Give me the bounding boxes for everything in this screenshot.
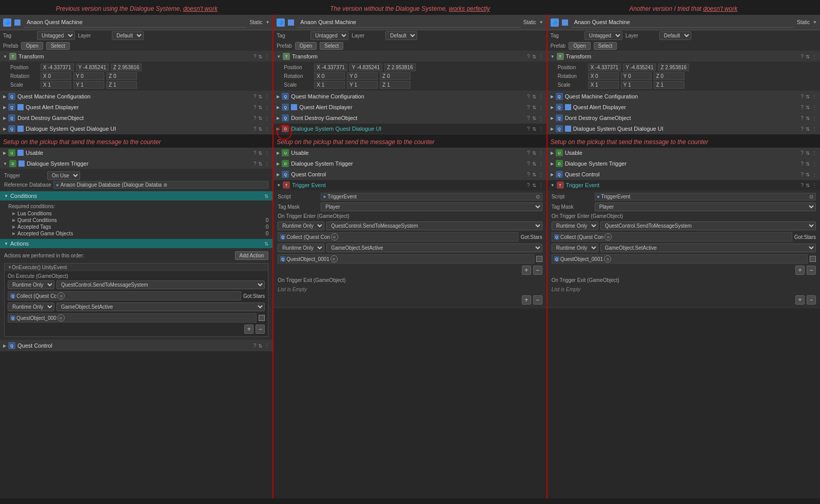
function-dropdown-2-left[interactable]: GameObject.SetActive <box>56 303 265 311</box>
plus-minus-exit-right: + − <box>552 294 816 306</box>
transform-gear-left[interactable]: ? <box>253 54 257 59</box>
active-checkbox-left[interactable] <box>14 19 21 26</box>
usable-check-left[interactable] <box>17 150 24 156</box>
rotation-row-left: Rotation X 0 Y 0 Z 0 <box>10 72 269 80</box>
runtime-dropdown-1-left[interactable]: Runtime Only <box>8 280 54 289</box>
usable-icon-left: U <box>8 149 15 156</box>
setactive-checkbox-left[interactable] <box>259 315 265 321</box>
obj-ref-name-1-left: Collect (Quest Cc <box>16 293 56 299</box>
static-dropdown-center[interactable]: ▼ <box>539 20 543 25</box>
scale-row-left: Scale X 1 Y 1 Z 1 <box>10 80 269 89</box>
trigger-dropdown-left[interactable]: On Use <box>47 171 80 180</box>
dst-check-left[interactable] <box>18 160 25 167</box>
prefab-label-left: Prefab <box>3 43 18 49</box>
open-btn-center[interactable]: Open <box>295 42 317 50</box>
rot-y-left[interactable]: Y 0 <box>73 72 104 80</box>
prefab-row-left: Prefab Open Select <box>0 41 272 51</box>
layer-dropdown-left[interactable]: Default <box>112 31 144 40</box>
accepted-go-count-left: 0 <box>258 231 268 236</box>
quest-cond-item-left: ▶ Quest Conditions 0 <box>8 217 268 224</box>
dui-header-left[interactable]: ▶ Q Dialogue System Quest Dialogue UI ?⇅… <box>0 124 272 134</box>
plus-btn-left[interactable]: + <box>244 325 253 334</box>
active-checkbox-center[interactable] <box>288 19 294 26</box>
actions-header-left: ▼ Actions ⇅ <box>0 239 272 248</box>
layer-dropdown-center[interactable]: Default <box>385 31 417 40</box>
accepted-tags-item-left: ▶ Accepted Tags 0 <box>8 224 268 230</box>
dd-block-right: ▶ Q Dont Destroy GameObject ?⇅⋮ <box>548 113 820 124</box>
accepted-tags-label-left: Accepted Tags <box>17 224 256 230</box>
dd-header-left[interactable]: ▶ Q Dont Destroy GameObject ?⇅⋮ <box>0 113 272 123</box>
qmc-header-left[interactable]: ▶ Q Quest Machine Configuration ?⇅⋮ <box>0 91 272 102</box>
pos-z-left[interactable]: Z 2.953816 <box>111 64 142 71</box>
function-dropdown-1-left[interactable]: QuestControl.SendToMessageSystem <box>56 280 265 289</box>
scale-y-left[interactable]: Y 1 <box>73 81 104 89</box>
layer-dropdown-right[interactable]: Default <box>659 31 691 40</box>
tag-dropdown-left[interactable]: Untagged <box>37 31 75 40</box>
te-obj-row-2-center: Q QuestObject_0001 ⊗ <box>278 253 542 265</box>
refdb-label-left: Reference Database <box>4 182 51 188</box>
te-obj-row-1-right: Q Collect (Quest Con ⊗ Got:Stars <box>552 231 816 243</box>
transform-block-right: ▼ T Transform ?⇅⋮ PositionX -4.337371Y -… <box>548 51 820 91</box>
tag-mask-dropdown-center[interactable]: Player <box>321 203 542 211</box>
obj-name-center: Anaon Quest Machine <box>297 17 520 28</box>
trigger-body-left: Trigger On Use Reference Database ● Anao… <box>0 169 272 191</box>
func-row-1-left: Runtime Only QuestControl.SendToMessageS… <box>8 279 265 290</box>
on-exit-label-right: On Trigger Exit (GameObject) <box>552 276 816 285</box>
scale-x-left[interactable]: X 1 <box>41 81 71 89</box>
select-btn-center[interactable]: Select <box>320 42 343 50</box>
pos-x-left[interactable]: X -4.337371 <box>41 64 74 71</box>
qmc-name-left: Quest Machine Configuration <box>17 93 251 99</box>
open-btn-right[interactable]: Open <box>569 42 590 50</box>
minus-btn-left[interactable]: − <box>256 325 265 334</box>
te-func-row-2-right: Runtime Only GameObject.SetActive <box>552 243 816 253</box>
dst-header-left[interactable]: ▼ D Dialogue System Trigger ?⇅⋮ <box>0 158 272 169</box>
dd-block-left: ▶ Q Dont Destroy GameObject ?⇅⋮ <box>0 113 272 124</box>
open-btn-left[interactable]: Open <box>21 42 43 50</box>
obj-ref-remove-1-left[interactable]: ⊗ <box>57 292 65 299</box>
transform-header-left[interactable]: ▼ T Transform ? ⇅ ⋮ <box>0 51 272 62</box>
trigger-field-left: Trigger On Use <box>4 171 268 180</box>
quest-cond-label-left: Quest Conditions <box>17 217 256 223</box>
dd-name-left: Dont Destroy GameObject <box>17 115 251 121</box>
usable-header-left[interactable]: ▶ U Usable ?⇅⋮ <box>0 148 272 158</box>
dst-block-right: ▶ D Dialogue System Trigger ?⇅⋮ <box>548 158 820 169</box>
dui-check-left[interactable] <box>17 126 24 132</box>
runtime-dropdown-2-left[interactable]: Runtime Only <box>8 303 54 311</box>
pos-y-left[interactable]: Y -4.835241 <box>76 64 109 71</box>
tag-row-center: Tag Untagged Layer Default <box>274 30 546 41</box>
usable-name-left: Usable <box>26 150 251 156</box>
transform-updown-left[interactable]: ⇅ <box>258 54 262 59</box>
add-action-btn-left[interactable]: Add Action <box>235 251 269 260</box>
tag-mask-dropdown-right[interactable]: Player <box>595 203 816 211</box>
static-dropdown-right[interactable]: ▼ <box>813 20 817 25</box>
select-btn-right[interactable]: Select <box>594 42 617 50</box>
qad-check-left[interactable] <box>17 104 24 110</box>
setup-label-right: Setup on the pickup that send the messag… <box>548 134 820 148</box>
rot-x-left[interactable]: X 0 <box>41 72 71 80</box>
select-btn-left[interactable]: Select <box>46 42 70 50</box>
rot-z-left[interactable]: Z 0 <box>106 72 137 80</box>
transform-header-center[interactable]: ▼ T Transform ?⇅⋮ <box>274 51 546 62</box>
conditions-section-left: ▼ Conditions ⇅ <box>0 191 272 200</box>
lua-item-left: ▶ Lua Conditions <box>8 210 268 217</box>
setactive-checkbox-right[interactable] <box>810 256 816 262</box>
on-execute-header-left[interactable]: ▼ OnExecute() UnityEvent <box>5 264 268 271</box>
active-checkbox-right[interactable] <box>562 19 568 26</box>
qc-block-right: ▶ Q Quest Control ?⇅⋮ <box>548 169 820 180</box>
static-dropdown-left[interactable]: ▼ <box>265 20 269 25</box>
tag-dropdown-center[interactable]: Untagged <box>310 31 348 40</box>
transform-dots-left[interactable]: ⋮ <box>264 54 269 59</box>
tag-dropdown-right[interactable]: Untagged <box>584 31 622 40</box>
actions-order-row-left: Actions are performed in this order: Add… <box>4 250 268 262</box>
dst-icon-left: D <box>9 160 16 167</box>
accepted-tags-count-left: 0 <box>258 224 268 230</box>
te-name-right: Trigger Event <box>566 182 799 188</box>
setactive-checkbox-center[interactable] <box>536 256 542 262</box>
qad-header-left[interactable]: ▶ Q Quest Alert Displayer ?⇅⋮ <box>0 102 272 112</box>
qc-bottom-header-left[interactable]: ▶ Q Quest Control ?⇅⋮ <box>0 340 272 351</box>
qmc-icon-left: Q <box>8 93 15 100</box>
qad-block-center: ▶ Q Quest Alert Displayer ?⇅⋮ <box>274 102 546 113</box>
scale-z-left[interactable]: Z 1 <box>106 81 137 89</box>
obj-ref-remove-2-left[interactable]: ⊗ <box>57 314 65 321</box>
dst-block-center: ▶ D Dialogue System Trigger ?⇅⋮ <box>274 158 546 169</box>
